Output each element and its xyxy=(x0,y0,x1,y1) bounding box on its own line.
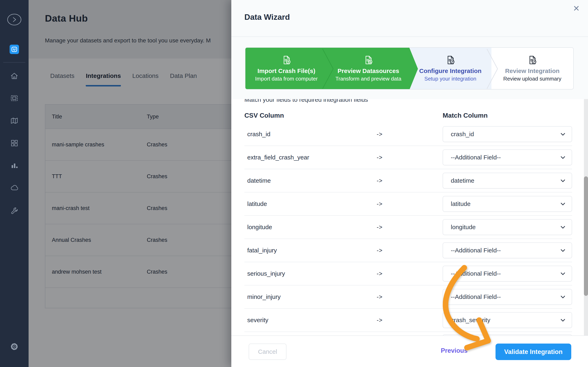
step-subtitle: Transform and preview data xyxy=(336,76,401,82)
select-value: crash_severity xyxy=(451,317,490,324)
mapping-column-headers: CSV Column Match Column xyxy=(244,107,572,123)
maps-to-arrow: -> xyxy=(377,270,383,277)
data-wizard-modal: Data Wizard × Import Crash File(s) Impor… xyxy=(231,0,588,367)
sidebar-item-dashboards[interactable] xyxy=(10,139,19,148)
csv-column-label: latitude xyxy=(247,200,267,207)
csv-column-label: fatal_injury xyxy=(247,247,277,254)
csv-column-header: CSV Column xyxy=(244,112,284,119)
chevron-down-icon xyxy=(560,178,566,184)
csv-column-label: longitude xyxy=(247,224,272,231)
step-configure-integration[interactable]: Configure Integration Setup your integra… xyxy=(409,48,492,89)
wizard-stepper: Import Crash File(s) Import data from co… xyxy=(245,47,574,90)
mapping-row: crash_id -> crash_id xyxy=(244,123,572,146)
mapping-row: severity -> crash_severity xyxy=(244,309,572,332)
document-check-icon xyxy=(445,55,456,66)
match-column-select[interactable]: latitude xyxy=(443,196,572,212)
modal-scrollbar-thumb[interactable] xyxy=(584,176,588,296)
home-icon xyxy=(10,72,19,81)
step-subtitle: Setup your integration xyxy=(424,76,476,82)
modal-header: Data Wizard × xyxy=(231,0,588,37)
chevron-down-icon xyxy=(560,271,566,277)
chevron-down-icon xyxy=(560,224,566,230)
match-column-select[interactable]: crash_severity xyxy=(443,312,572,328)
sidebar-expand-button[interactable] xyxy=(7,12,22,27)
chevron-down-icon xyxy=(560,154,566,160)
mapping-row: extra_field_crash_year -> --Additional F… xyxy=(244,146,572,169)
modal-footer: Cancel Previous Validate Integration xyxy=(231,335,588,367)
cancel-button[interactable]: Cancel xyxy=(249,343,286,360)
validate-integration-button[interactable]: Validate Integration xyxy=(495,343,571,360)
match-column-select[interactable]: --Additional Field-- xyxy=(443,289,572,305)
sidebar-item-frames[interactable] xyxy=(10,94,19,103)
mapping-row: minor_injury -> --Additional Field-- xyxy=(244,285,572,309)
csv-column-label: datetime xyxy=(247,177,271,184)
logo-icon xyxy=(9,45,19,54)
select-value: crash_id xyxy=(451,131,474,138)
csv-column-label: serious_injury xyxy=(247,270,285,277)
app-logo[interactable] xyxy=(9,45,19,54)
chevron-down-icon xyxy=(560,294,566,300)
step-subtitle: Import data from computer xyxy=(255,76,318,82)
chevron-down-icon xyxy=(560,131,566,137)
match-column-select[interactable]: longitude xyxy=(443,219,572,235)
document-check-icon xyxy=(527,55,537,66)
sidebar-divider xyxy=(3,62,25,63)
previous-link[interactable]: Previous xyxy=(441,347,467,354)
match-column-select[interactable]: crash_id xyxy=(443,126,572,142)
sidebar-item-tools[interactable] xyxy=(10,206,19,215)
mapping-row-partial xyxy=(244,332,572,335)
document-plus-icon xyxy=(281,55,292,66)
step-title: Preview Datasources xyxy=(337,67,399,75)
match-column-select[interactable]: --Additional Field-- xyxy=(443,266,572,282)
app-sidebar xyxy=(0,0,29,367)
sidebar-item-settings[interactable] xyxy=(10,342,19,351)
sidebar-item-cloud[interactable] xyxy=(10,184,19,192)
cloud-icon xyxy=(10,184,19,192)
maps-to-arrow: -> xyxy=(377,294,383,300)
csv-column-label: extra_field_crash_year xyxy=(247,154,309,161)
bar-chart-icon xyxy=(10,161,19,170)
app-screen: Data Hub Manage your datasets and export… xyxy=(0,0,588,367)
select-value: latitude xyxy=(451,200,471,207)
select-value: --Additional Field-- xyxy=(451,247,501,254)
section-heading-clipped: Match your fields to required integratio… xyxy=(244,99,572,104)
match-column-select[interactable]: --Additional Field-- xyxy=(443,242,572,258)
maps-to-arrow: -> xyxy=(377,177,383,184)
maps-to-arrow: -> xyxy=(377,224,383,231)
match-column-select[interactable]: datetime xyxy=(443,173,572,189)
step-title: Configure Integration xyxy=(419,67,481,75)
step-title: Review Integration xyxy=(505,67,560,75)
chevron-down-icon xyxy=(560,201,566,207)
chevron-right-circle-icon xyxy=(7,12,22,27)
stepper-zone: Import Crash File(s) Import data from co… xyxy=(231,37,588,99)
modal-title: Data Wizard xyxy=(244,13,290,22)
settings-gear-icon xyxy=(10,342,19,351)
modal-scrollbar-track[interactable] xyxy=(584,99,588,335)
select-value: datetime xyxy=(451,177,474,184)
step-review-integration[interactable]: Review Integration Review upload summary xyxy=(492,48,573,89)
sidebar-item-home[interactable] xyxy=(10,72,19,81)
select-value: longitude xyxy=(451,224,476,231)
mapping-row: fatal_injury -> --Additional Field-- xyxy=(244,239,572,262)
step-import-crash-files[interactable]: Import Crash File(s) Import data from co… xyxy=(245,48,328,89)
csv-column-label: severity xyxy=(247,317,268,324)
match-column-select[interactable]: --Additional Field-- xyxy=(443,150,572,165)
map-icon xyxy=(10,116,19,125)
chevron-down-icon xyxy=(560,247,566,253)
sidebar-item-analytics[interactable] xyxy=(10,161,19,170)
select-value: --Additional Field-- xyxy=(451,154,501,161)
maps-to-arrow: -> xyxy=(377,317,383,324)
sidebar-item-maps[interactable] xyxy=(10,116,19,125)
dashboard-grid-icon xyxy=(10,139,19,148)
maps-to-arrow: -> xyxy=(377,131,383,138)
step-preview-datasources[interactable]: Preview Datasources Transform and previe… xyxy=(328,48,410,89)
csv-column-label: minor_injury xyxy=(247,293,281,300)
maps-to-arrow: -> xyxy=(377,201,383,207)
maps-to-arrow: -> xyxy=(377,154,383,161)
field-mapping-panel: Match your fields to required integratio… xyxy=(231,99,588,335)
mapping-row: longitude -> longitude xyxy=(244,216,572,239)
select-value: --Additional Field-- xyxy=(451,293,501,300)
document-search-icon xyxy=(363,55,374,66)
step-title: Import Crash File(s) xyxy=(258,67,315,75)
close-icon[interactable]: × xyxy=(573,3,579,13)
